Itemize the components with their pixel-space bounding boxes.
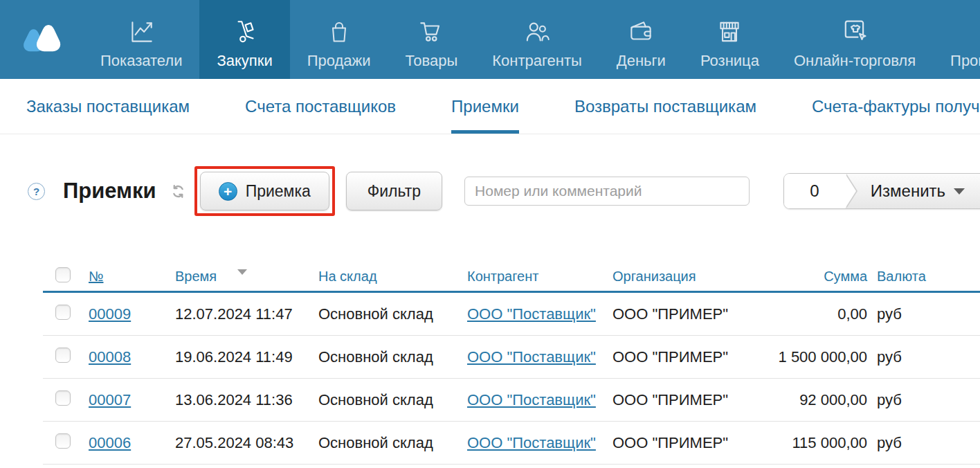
column-header-counterparty[interactable]: Контрагент xyxy=(467,269,612,285)
row-checkbox[interactable] xyxy=(55,348,71,363)
organization-cell: ООО "ПРИМЕР" xyxy=(612,391,768,409)
column-header-time-label: Время xyxy=(175,269,217,284)
sum-cell: 92 000,00 xyxy=(768,391,867,409)
selection-control: 0 Изменить xyxy=(783,173,980,209)
counterparty-link[interactable]: ООО "Поставщик" xyxy=(467,348,596,366)
nav-item-money[interactable]: Деньги xyxy=(599,0,683,79)
nav-item-goods[interactable]: Товары xyxy=(388,0,475,79)
sort-desc-icon xyxy=(237,269,247,275)
row-checkbox[interactable] xyxy=(55,433,71,449)
sub-nav: Заказы поставщикам Счета поставщиков При… xyxy=(0,79,980,134)
top-nav-items: Показатели Закупки Продажи Товары Контра… xyxy=(83,0,980,79)
store-icon xyxy=(715,15,744,47)
nav-item-purchases[interactable]: Закупки xyxy=(199,0,289,79)
table-row: 00007 13.06.2024 11:36 Основной склад ОО… xyxy=(43,379,980,422)
online-store-icon xyxy=(840,15,870,47)
table-row: 00009 12.07.2024 11:47 Основной склад ОО… xyxy=(43,293,980,336)
counterparty-link[interactable]: ООО "Поставщик" xyxy=(467,305,596,323)
warehouse-cell: Основной склад xyxy=(318,348,467,366)
receipt-number-link[interactable]: 00009 xyxy=(89,305,131,323)
help-icon[interactable]: ? xyxy=(28,183,45,200)
people-icon xyxy=(523,15,552,47)
counterparty-link[interactable]: ООО "Поставщик" xyxy=(467,434,596,451)
nav-item-sales[interactable]: Продажи xyxy=(290,0,388,79)
nav-item-online-trade[interactable]: Онлайн-торговля xyxy=(777,0,933,79)
annotation-highlight-box: + Приемка xyxy=(194,166,335,216)
table-body: 00009 12.07.2024 11:47 Основной склад ОО… xyxy=(43,293,980,465)
change-dropdown-label: Изменить xyxy=(871,181,945,201)
create-receipt-button[interactable]: + Приемка xyxy=(200,172,329,210)
column-header-warehouse[interactable]: На склад xyxy=(318,269,467,285)
top-nav: Показатели Закупки Продажи Товары Контра… xyxy=(0,0,980,79)
nav-item-indicators[interactable]: Показатели xyxy=(83,0,199,79)
organization-cell: ООО "ПРИМЕР" xyxy=(612,434,768,452)
change-dropdown[interactable]: Изменить xyxy=(845,174,980,208)
time-cell: 12.07.2024 11:47 xyxy=(175,305,318,323)
subnav-item-supplier-returns[interactable]: Возвраты поставщикам xyxy=(574,79,756,134)
organization-cell: ООО "ПРИМЕР" xyxy=(612,348,768,366)
time-cell: 19.06.2024 11:49 xyxy=(175,348,318,366)
select-all-checkbox[interactable] xyxy=(55,267,71,282)
warehouse-cell: Основной склад xyxy=(318,391,467,409)
page-title: Приемки xyxy=(63,179,156,204)
search-input[interactable] xyxy=(464,177,750,206)
mountains-logo-icon xyxy=(20,21,63,57)
warehouse-cell: Основной склад xyxy=(318,434,467,452)
chevron-down-icon xyxy=(954,188,965,195)
sum-cell: 115 000,00 xyxy=(768,434,867,452)
toolbar: ? Приемки + Приемка Фильтр 0 Изменить xyxy=(0,165,980,217)
counterparty-link[interactable]: ООО "Поставщик" xyxy=(467,391,596,408)
row-checkbox[interactable] xyxy=(55,390,71,406)
receipt-number-link[interactable]: 00007 xyxy=(89,391,131,408)
table-header-row: № Время На склад Контрагент Организация … xyxy=(43,262,980,293)
active-tab-underline xyxy=(451,130,519,134)
subnav-item-invoices-received[interactable]: Счета-фактуры полученные xyxy=(812,79,980,134)
warehouse-cell: Основной склад xyxy=(318,305,467,323)
app-window: Показатели Закупки Продажи Товары Контра… xyxy=(0,0,980,465)
row-checkbox[interactable] xyxy=(55,305,71,320)
chart-icon xyxy=(127,15,156,47)
nav-item-production[interactable]: Производство xyxy=(933,0,980,79)
table-row: 00006 27.05.2024 08:43 Основной склад ОО… xyxy=(43,422,980,465)
plus-icon: + xyxy=(219,182,237,201)
create-receipt-label: Приемка xyxy=(246,182,311,201)
time-cell: 13.06.2024 11:36 xyxy=(175,391,318,409)
nav-item-counterparties[interactable]: Контрагенты xyxy=(475,0,599,79)
filter-button[interactable]: Фильтр xyxy=(346,172,442,210)
column-header-time[interactable]: Время xyxy=(175,269,318,285)
cart-icon xyxy=(417,15,446,47)
nav-item-retail[interactable]: Розница xyxy=(683,0,777,79)
subnav-item-receipts[interactable]: Приемки xyxy=(451,79,519,134)
bag-icon xyxy=(325,15,353,47)
table-row: 00008 19.06.2024 11:49 Основной склад ОО… xyxy=(43,336,980,379)
column-header-organization[interactable]: Организация xyxy=(612,269,768,285)
currency-cell: руб xyxy=(867,305,980,323)
organization-cell: ООО "ПРИМЕР" xyxy=(612,305,768,323)
app-logo[interactable] xyxy=(0,0,83,79)
wallet-icon xyxy=(626,15,655,47)
refresh-icon[interactable] xyxy=(170,183,186,199)
selection-count[interactable]: 0 xyxy=(784,174,845,208)
currency-cell: руб xyxy=(867,348,980,366)
column-header-sum[interactable]: Сумма xyxy=(768,269,867,285)
currency-cell: руб xyxy=(867,434,980,452)
main-content: ? Приемки + Приемка Фильтр 0 Изменить xyxy=(0,165,980,465)
subnav-item-supplier-invoices[interactable]: Счета поставщиков xyxy=(245,79,396,134)
time-cell: 27.05.2024 08:43 xyxy=(175,434,318,452)
sum-cell: 1 500 000,00 xyxy=(768,348,867,366)
column-header-number[interactable]: № xyxy=(89,269,175,285)
column-header-currency[interactable]: Валюта xyxy=(867,269,980,285)
handtruck-icon xyxy=(230,15,260,47)
currency-cell: руб xyxy=(867,391,980,409)
subnav-item-supplier-orders[interactable]: Заказы поставщикам xyxy=(26,79,190,134)
receipt-number-link[interactable]: 00006 xyxy=(89,434,131,451)
receipts-table: № Время На склад Контрагент Организация … xyxy=(43,262,980,465)
receipt-number-link[interactable]: 00008 xyxy=(89,348,131,366)
sum-cell: 0,00 xyxy=(768,305,867,323)
